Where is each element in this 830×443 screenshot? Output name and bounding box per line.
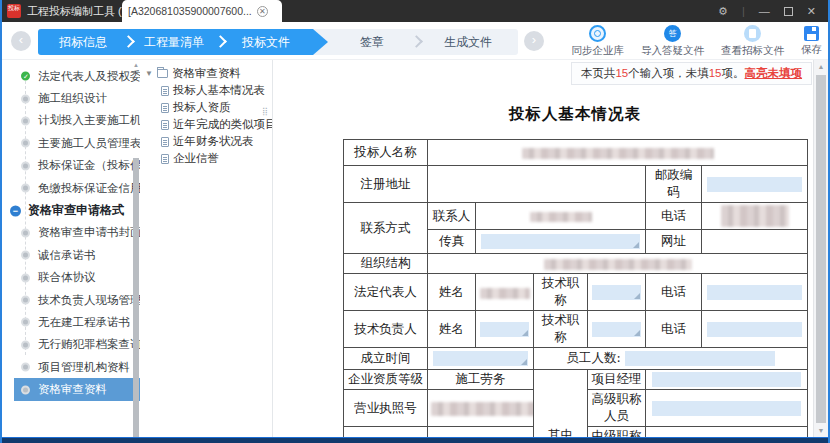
field-pm[interactable] — [646, 370, 808, 390]
sidebar-item-tech-director-site[interactable]: 技术负责人现场管理工作.. — [2, 289, 140, 311]
form-content-panel: 本页共15个输入项，未填15项。高亮未填项 投标人基本情况表 投标人名称 注册地… — [273, 60, 813, 437]
tree-item-similar-projects[interactable]: 近年完成的类似项目情况表 — [140, 116, 272, 133]
minimize-icon[interactable]: — — [759, 5, 770, 17]
content-scrollbar[interactable]: ▲ ▼ — [813, 60, 828, 437]
label-among: 其中 — [534, 370, 588, 438]
content-scroll-thumb[interactable] — [816, 75, 826, 423]
save-button[interactable]: 保存 — [801, 26, 822, 57]
tree-item-label: 投标人基本情况表 — [173, 83, 265, 98]
label-bidder-name: 投标人名称 — [344, 140, 428, 166]
sidebar-item-label: 无行贿犯罪档案查询证明 — [38, 337, 140, 352]
step-bid-document[interactable]: 投标文件 — [220, 29, 312, 55]
chapter-list: ✓ 法定代表人及授权委托书 施工组织设计 计划投入主要施工机械设.. 主要施工人… — [2, 60, 140, 401]
scroll-down-icon[interactable]: ▼ — [814, 427, 828, 434]
steps-next-button[interactable]: › — [524, 31, 544, 51]
sidebar-item-no-bribery-record[interactable]: 无行贿犯罪档案查询证明 — [2, 334, 140, 356]
sidebar-item-label: 无在建工程承诺书 — [38, 315, 130, 330]
unfilled-notice: 本页共15个输入项，未填15项。高亮未填项 — [571, 62, 812, 85]
label-staff-count: 员工人数: — [566, 350, 620, 365]
sidebar-section-label: 资格审查申请格式 — [28, 202, 124, 219]
field-senior[interactable] — [646, 390, 808, 427]
label-tech-title: 技术职称 — [534, 311, 588, 348]
step-signature[interactable]: 签章 — [328, 29, 416, 55]
toolbar: 同步企业库 答 导入答疑文件 查看招标文件 保存 — [572, 23, 823, 59]
sidebar-section-qualification[interactable]: − 资格审查申请格式 — [2, 199, 140, 221]
sidebar-item-legal-rep[interactable]: ✓ 法定代表人及授权委托书 — [2, 65, 140, 87]
label-website: 网址 — [646, 230, 702, 254]
tree-root-qualification[interactable]: ▼ 资格审查资料 — [140, 65, 272, 82]
scroll-up-icon[interactable]: ▲ — [132, 62, 140, 68]
tree-item-bidder-qualification[interactable]: 投标人资质 — [140, 99, 272, 116]
tree-item-label: 近年财务状况表 — [173, 134, 254, 149]
sidebar-item-consortium[interactable]: 联合体协议 — [2, 267, 140, 289]
tree-root-label: 资格审查资料 — [172, 66, 241, 81]
document-icon — [161, 120, 169, 130]
sidebar-item-integrity[interactable]: 诚信承诺书 — [2, 244, 140, 266]
label-pm: 项目经理 — [588, 370, 646, 390]
scroll-up-icon[interactable]: ▲ — [814, 63, 828, 70]
view-tender-file-button[interactable]: 查看招标文件 — [721, 25, 784, 58]
notice-text: 个输入项，未填 — [628, 67, 709, 79]
label-org-structure: 组织结构 — [344, 254, 428, 274]
sidebar-item-key-staff[interactable]: 主要施工人员管理表 — [2, 132, 140, 154]
highlight-unfilled-link[interactable]: 高亮未填项 — [745, 67, 803, 79]
value-org-structure — [428, 254, 808, 274]
sidebar-item-label: 免缴投标保证金信用承诺书 — [38, 181, 140, 196]
label-name: 姓名 — [428, 274, 476, 311]
maximize-icon[interactable] — [784, 7, 793, 16]
window-controls: ⚙ | — ✕ — [718, 0, 828, 22]
sidebar-item-label: 计划投入主要施工机械设.. — [38, 113, 140, 128]
section-collapse-icon[interactable]: − — [10, 205, 21, 216]
field-website[interactable] — [702, 230, 808, 254]
sidebar-item-machinery-plan[interactable]: 计划投入主要施工机械设.. — [2, 110, 140, 132]
tree-item-basic-info[interactable]: 投标人基本情况表 — [140, 82, 272, 99]
settings-gear-icon[interactable]: ⚙ — [718, 5, 728, 18]
label-contact-method: 联系方式 — [344, 203, 428, 254]
sidebar-item-label: 联合体协议 — [38, 270, 96, 285]
step-generate-file[interactable]: 生成文件 — [418, 29, 518, 55]
sync-enterprise-button[interactable]: 同步企业库 — [572, 25, 625, 58]
sidebar-item-qualification-docs[interactable]: 资格审查资料 — [2, 378, 140, 400]
field-legal-tech-title[interactable] — [588, 274, 646, 311]
field-tech-name[interactable] — [476, 311, 534, 348]
step-bid-info[interactable]: 招标信息 — [38, 29, 128, 55]
sidebar-item-bid-bond[interactable]: 投标保证金（投标保函） — [2, 155, 140, 177]
step-boq[interactable]: 工程量清单 — [128, 29, 220, 55]
app-window: 投标 工程投标编制工具 (南通版) [A320681035900007600..… — [0, 0, 830, 443]
tree-item-financial-status[interactable]: 近年财务状况表 — [140, 133, 272, 150]
sidebar-item-bond-exempt[interactable]: 免缴投标保证金信用承诺书 — [2, 177, 140, 199]
field-tech-phone[interactable] — [702, 311, 808, 348]
sidebar-scrollbar[interactable]: ▲ — [132, 60, 140, 437]
field-founded[interactable] — [428, 348, 534, 370]
field-postal-code[interactable] — [702, 166, 808, 203]
pending-dot-icon — [21, 340, 30, 349]
view-tender-label: 查看招标文件 — [721, 44, 784, 58]
field-tech-title[interactable] — [588, 311, 646, 348]
steps-prev-button[interactable]: ‹ — [11, 31, 31, 51]
field-staff-count[interactable]: 员工人数: — [534, 348, 808, 370]
value-contact-phone[interactable] — [702, 203, 808, 230]
document-tab[interactable]: [A320681035900007600... ✕ — [122, 0, 282, 22]
chapter-sidebar: ✓ 法定代表人及授权委托书 施工组织设计 计划投入主要施工机械设.. 主要施工人… — [2, 60, 140, 437]
pending-dot-icon — [21, 139, 30, 148]
sidebar-item-qual-cover[interactable]: 资格审查申请书封面 — [2, 222, 140, 244]
pending-dot-icon — [21, 251, 30, 260]
sidebar-scroll-thumb[interactable] — [133, 158, 139, 437]
sidebar-item-construction-org[interactable]: 施工组织设计 — [2, 87, 140, 109]
field-legal-phone[interactable] — [702, 274, 808, 311]
field-mid[interactable] — [646, 427, 808, 438]
pending-dot-icon — [21, 184, 30, 193]
sidebar-item-pm-org-info[interactable]: 项目管理机构资料 — [2, 356, 140, 378]
tree-item-enterprise-credit[interactable]: 企业信誉 — [140, 150, 272, 167]
field-reg-address[interactable] — [428, 166, 646, 203]
panel-resize-handle-icon[interactable]: ⣿ — [262, 106, 270, 117]
notice-unfilled-count: 15 — [709, 67, 722, 79]
import-answer-file-button[interactable]: 答 导入答疑文件 — [641, 25, 704, 58]
sync-label: 同步企业库 — [572, 44, 625, 58]
tree-caret-icon[interactable]: ▼ — [145, 69, 153, 78]
close-icon[interactable]: ✕ — [807, 5, 816, 18]
field-fax[interactable] — [476, 230, 646, 254]
tab-close-icon[interactable]: ✕ — [257, 6, 268, 17]
sidebar-item-no-ongoing-project[interactable]: 无在建工程承诺书 — [2, 311, 140, 333]
document-icon — [161, 154, 169, 164]
